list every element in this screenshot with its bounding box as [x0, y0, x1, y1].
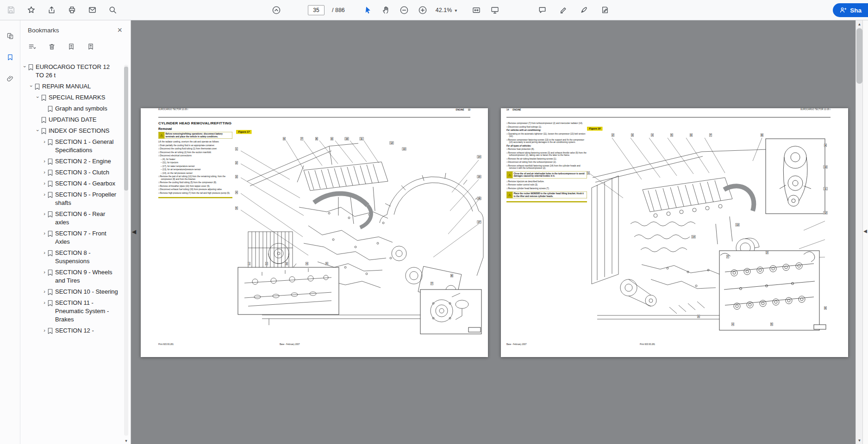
figure-callout: 5: [325, 262, 328, 265]
instruction-text: Disconnect oil tubing from the turbocomp…: [506, 161, 587, 164]
save-button[interactable]: [6, 5, 16, 15]
chevron-down-icon: [455, 7, 457, 13]
chevron-icon[interactable]: [42, 168, 47, 176]
bookmark-icon: [47, 230, 53, 237]
chevron-icon[interactable]: [42, 138, 47, 145]
chevron-icon[interactable]: [42, 210, 47, 217]
bookmark-item[interactable]: SECTION 3 - Clutch: [20, 168, 119, 177]
bookmark-item[interactable]: SECTION 4 - Gearbox: [20, 179, 119, 188]
bookmark-item[interactable]: REPAIR MANUAL: [20, 82, 119, 91]
panel-scrollbar[interactable]: [124, 65, 128, 436]
open-tools-panel-button[interactable]: [862, 228, 868, 234]
reading-mode-button[interactable]: [489, 5, 500, 16]
bookmark-label: SECTION 5 - Propeller shafts: [55, 191, 119, 207]
bookmark-label: SECTION 9 - Wheels and Tires: [55, 268, 119, 285]
zoom-out-button[interactable]: [399, 5, 410, 16]
zoom-level-dropdown[interactable]: 42.1%: [436, 7, 457, 13]
chevron-icon[interactable]: [42, 249, 47, 256]
chevron-icon[interactable]: [35, 93, 41, 101]
fit-width-button[interactable]: [471, 5, 482, 16]
instruction-block: Remove the part of air tubing (12) from …: [158, 175, 232, 180]
chevron-icon[interactable]: [42, 179, 47, 187]
previous-page-button[interactable]: [271, 5, 282, 16]
chevron-icon[interactable]: [42, 229, 47, 237]
chevron-icon[interactable]: [42, 288, 47, 295]
sign-button[interactable]: [579, 5, 589, 15]
paperclip-icon: [6, 74, 14, 83]
bookmark-item[interactable]: SECTION 1 - General Specifications: [20, 138, 119, 154]
highlight-bookmark-button[interactable]: [87, 43, 95, 51]
bookmarks-panel-button[interactable]: [4, 51, 17, 64]
hand-tool-button[interactable]: [381, 5, 391, 15]
bookmark-item[interactable]: INDEX OF SECTIONS: [20, 127, 119, 135]
attachments-button[interactable]: [4, 72, 17, 85]
scrollbar-thumb[interactable]: [856, 28, 862, 84]
find-button[interactable]: [107, 5, 118, 15]
bookmark-item[interactable]: SECTION 8 - Suspensions: [20, 249, 119, 265]
bookmark-item[interactable]: SECTION 2 - Engine: [20, 157, 119, 166]
panel-scrollbar-thumb[interactable]: [124, 67, 128, 191]
chevron-icon[interactable]: [42, 191, 47, 198]
scroll-up-button[interactable]: [856, 20, 863, 28]
comment-icon: [538, 6, 547, 14]
person-add-icon: [839, 6, 847, 14]
comment-button[interactable]: [537, 5, 548, 15]
chevron-icon[interactable]: [42, 327, 47, 334]
zoom-in-button[interactable]: [417, 5, 428, 16]
panel-scroll-down-button[interactable]: [124, 438, 128, 443]
highlight-button[interactable]: [558, 5, 568, 15]
delete-bookmark-button[interactable]: [48, 43, 56, 51]
bookmark-icon: [47, 289, 53, 296]
close-panel-button[interactable]: [114, 25, 125, 36]
scroll-down-button[interactable]: [856, 437, 863, 444]
warning-icon: [507, 192, 513, 198]
instruction-text: Before removing/refitting operations: di…: [165, 132, 232, 139]
bookmark-item[interactable]: SECTION 10 - Steering: [20, 288, 119, 296]
figure-callout: 5: [235, 207, 238, 210]
instruction-block: Disconnect the air tubing (2) from the s…: [158, 151, 232, 154]
instruction-block: Place the rocker 99360585 to the cylinde…: [506, 191, 587, 198]
vertical-scrollbar[interactable]: [856, 20, 862, 444]
next-page-button[interactable]: [289, 5, 300, 16]
bookmark-item[interactable]: SECTION 9 - Wheels and Tires: [20, 268, 119, 285]
header-page-number: 14: [506, 108, 509, 111]
share-button[interactable]: Sha: [833, 3, 868, 17]
chevron-icon[interactable]: [42, 157, 47, 165]
page-count-label: / 886: [332, 7, 345, 13]
document-viewer[interactable]: EUROCARGO TECTOR 12-26 t ENGINE 13 CYLIN…: [131, 20, 868, 444]
instruction-text: (17), for water temperature sensor: [158, 165, 232, 168]
bookmark-label: SECTION 12 -: [55, 327, 94, 335]
bookmark-item[interactable]: SECTION 6 - Rear axles: [20, 210, 119, 227]
collapse-right-icon: [863, 228, 867, 234]
export-button[interactable]: [46, 5, 57, 15]
bookmark-item[interactable]: SPECIAL REMARKS: [20, 93, 119, 102]
email-button[interactable]: [87, 5, 98, 15]
bookmark-item[interactable]: SECTION 11 - Pneumatic System - Brakes: [20, 299, 119, 324]
print-button[interactable]: [67, 5, 77, 15]
chevron-icon[interactable]: [35, 127, 41, 134]
zoom-in-icon: [418, 6, 427, 15]
instruction-text: Operating on the automatic tightener (11…: [506, 133, 587, 138]
bookmark-item[interactable]: SECTION 7 - Front Axles: [20, 229, 119, 246]
page-thumbnails-button[interactable]: [4, 30, 17, 43]
bookmark-item[interactable]: EUROCARGO TECTOR 12 TO 26 t: [20, 63, 119, 80]
collapse-panel-button[interactable]: [132, 228, 136, 235]
search-icon: [108, 6, 117, 14]
instruction-text: (13), for air temperature/pressure senso…: [158, 168, 232, 171]
page-down-icon: [290, 6, 300, 15]
bookmark-options-button[interactable]: [28, 43, 37, 51]
fill-sign-button[interactable]: [599, 5, 610, 15]
chevron-icon[interactable]: [29, 82, 34, 90]
bookmark-item[interactable]: SECTION 5 - Propeller shafts: [20, 191, 119, 207]
bookmark-item[interactable]: SECTION 12 -: [20, 327, 119, 335]
add-bookmark-button[interactable]: [67, 43, 75, 51]
bookmark-item[interactable]: UPDATING DATE: [20, 116, 119, 124]
chevron-icon[interactable]: [22, 63, 28, 70]
chevron-icon[interactable]: [42, 268, 47, 276]
chevron-icon[interactable]: [42, 299, 47, 306]
bookmark-label: SECTION 1 - General Specifications: [55, 138, 119, 154]
bookmark-item[interactable]: Graph and symbols: [20, 105, 119, 113]
select-tool-button[interactable]: [362, 5, 373, 15]
favorite-button[interactable]: [26, 5, 37, 15]
page-number-input[interactable]: [308, 5, 325, 15]
